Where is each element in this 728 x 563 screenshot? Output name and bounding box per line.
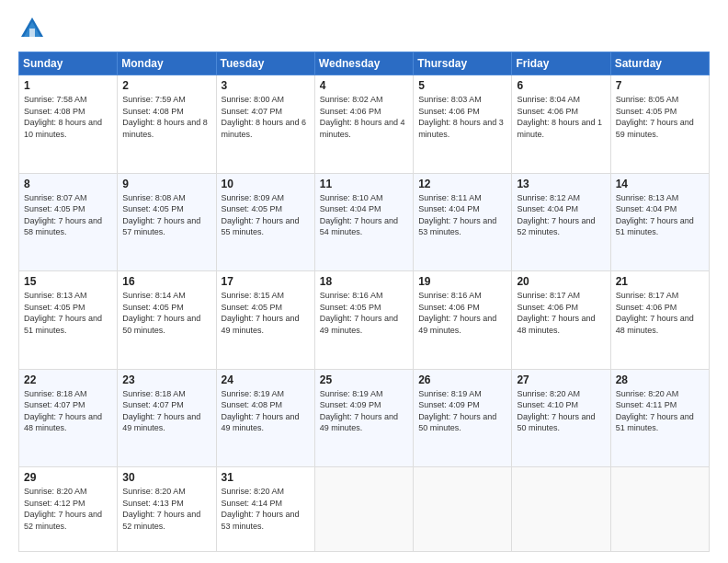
day-header-friday: Friday <box>512 52 610 75</box>
day-number: 15 <box>24 275 112 288</box>
cell-content: Sunrise: 8:16 AM Sunset: 4:06 PM Dayligh… <box>418 290 506 336</box>
day-number: 20 <box>517 275 605 288</box>
day-header-sunday: Sunday <box>19 52 118 75</box>
calendar-cell: 28 Sunrise: 8:20 AM Sunset: 4:11 PM Dayl… <box>610 369 709 467</box>
calendar-cell <box>512 467 610 552</box>
day-number: 10 <box>222 178 310 190</box>
day-header-thursday: Thursday <box>414 52 512 75</box>
cell-content: Sunrise: 8:13 AM Sunset: 4:04 PM Dayligh… <box>616 192 704 238</box>
cell-content: Sunrise: 8:15 AM Sunset: 4:05 PM Dayligh… <box>222 290 310 336</box>
calendar-cell: 7 Sunrise: 8:05 AM Sunset: 4:05 PM Dayli… <box>610 75 709 174</box>
calendar-cell: 6 Sunrise: 8:04 AM Sunset: 4:06 PM Dayli… <box>512 75 610 174</box>
day-number: 24 <box>222 373 310 386</box>
cell-content: Sunrise: 8:17 AM Sunset: 4:06 PM Dayligh… <box>616 290 704 336</box>
calendar-cell: 25 Sunrise: 8:19 AM Sunset: 4:09 PM Dayl… <box>314 369 413 467</box>
calendar-cell: 3 Sunrise: 8:00 AM Sunset: 4:07 PM Dayli… <box>216 75 314 174</box>
cell-content: Sunrise: 8:05 AM Sunset: 4:05 PM Dayligh… <box>616 94 704 140</box>
day-number: 4 <box>320 79 408 92</box>
calendar-cell: 2 Sunrise: 7:59 AM Sunset: 4:08 PM Dayli… <box>118 75 216 174</box>
day-number: 1 <box>24 79 112 92</box>
calendar-cell <box>314 467 413 552</box>
cell-content: Sunrise: 8:11 AM Sunset: 4:04 PM Dayligh… <box>418 192 506 238</box>
calendar-cell: 9 Sunrise: 8:08 AM Sunset: 4:05 PM Dayli… <box>118 173 216 271</box>
cell-content: Sunrise: 8:08 AM Sunset: 4:05 PM Dayligh… <box>122 192 210 238</box>
svg-rect-2 <box>29 29 35 37</box>
calendar-cell: 1 Sunrise: 7:58 AM Sunset: 4:08 PM Dayli… <box>19 75 118 174</box>
day-number: 18 <box>320 275 408 288</box>
calendar-cell: 19 Sunrise: 8:16 AM Sunset: 4:06 PM Dayl… <box>414 271 512 370</box>
calendar-cell: 11 Sunrise: 8:10 AM Sunset: 4:04 PM Dayl… <box>314 173 413 271</box>
day-number: 22 <box>24 373 112 386</box>
day-number: 29 <box>24 471 112 484</box>
day-number: 17 <box>222 275 310 288</box>
cell-content: Sunrise: 8:18 AM Sunset: 4:07 PM Dayligh… <box>122 388 210 434</box>
calendar-cell: 18 Sunrise: 8:16 AM Sunset: 4:05 PM Dayl… <box>314 271 413 370</box>
calendar-cell: 29 Sunrise: 8:20 AM Sunset: 4:12 PM Dayl… <box>19 467 118 552</box>
logo-icon <box>18 15 46 42</box>
cell-content: Sunrise: 8:20 AM Sunset: 4:14 PM Dayligh… <box>222 486 310 532</box>
day-number: 8 <box>24 178 112 190</box>
day-number: 12 <box>418 178 506 190</box>
day-number: 14 <box>616 178 704 190</box>
day-number: 27 <box>517 373 605 386</box>
day-number: 28 <box>616 373 704 386</box>
header <box>18 15 710 42</box>
cell-content: Sunrise: 7:59 AM Sunset: 4:08 PM Dayligh… <box>122 94 210 140</box>
cell-content: Sunrise: 8:19 AM Sunset: 4:09 PM Dayligh… <box>320 388 408 434</box>
calendar-cell: 5 Sunrise: 8:03 AM Sunset: 4:06 PM Dayli… <box>414 75 512 174</box>
calendar-cell: 13 Sunrise: 8:12 AM Sunset: 4:04 PM Dayl… <box>512 173 610 271</box>
day-number: 19 <box>418 275 506 288</box>
day-header-wednesday: Wednesday <box>314 52 413 75</box>
calendar-cell: 15 Sunrise: 8:13 AM Sunset: 4:05 PM Dayl… <box>19 271 118 370</box>
logo <box>18 15 51 42</box>
cell-content: Sunrise: 8:19 AM Sunset: 4:08 PM Dayligh… <box>222 388 310 434</box>
cell-content: Sunrise: 7:58 AM Sunset: 4:08 PM Dayligh… <box>24 94 112 140</box>
cell-content: Sunrise: 8:07 AM Sunset: 4:05 PM Dayligh… <box>24 192 112 238</box>
calendar-cell: 23 Sunrise: 8:18 AM Sunset: 4:07 PM Dayl… <box>118 369 216 467</box>
day-number: 3 <box>222 79 310 92</box>
calendar-cell: 24 Sunrise: 8:19 AM Sunset: 4:08 PM Dayl… <box>216 369 314 467</box>
day-header-tuesday: Tuesday <box>216 52 314 75</box>
day-header-monday: Monday <box>118 52 216 75</box>
day-number: 2 <box>122 79 210 92</box>
calendar-cell: 31 Sunrise: 8:20 AM Sunset: 4:14 PM Dayl… <box>216 467 314 552</box>
cell-content: Sunrise: 8:20 AM Sunset: 4:10 PM Dayligh… <box>517 388 605 434</box>
calendar-cell: 17 Sunrise: 8:15 AM Sunset: 4:05 PM Dayl… <box>216 271 314 370</box>
day-number: 5 <box>418 79 506 92</box>
calendar-cell <box>414 467 512 552</box>
calendar-cell: 20 Sunrise: 8:17 AM Sunset: 4:06 PM Dayl… <box>512 271 610 370</box>
day-header-saturday: Saturday <box>610 52 709 75</box>
day-number: 9 <box>122 178 210 190</box>
cell-content: Sunrise: 8:09 AM Sunset: 4:05 PM Dayligh… <box>222 192 310 238</box>
calendar-cell: 4 Sunrise: 8:02 AM Sunset: 4:06 PM Dayli… <box>314 75 413 174</box>
cell-content: Sunrise: 8:13 AM Sunset: 4:05 PM Dayligh… <box>24 290 112 336</box>
day-number: 31 <box>222 471 310 484</box>
cell-content: Sunrise: 8:16 AM Sunset: 4:05 PM Dayligh… <box>320 290 408 336</box>
day-number: 23 <box>122 373 210 386</box>
cell-content: Sunrise: 8:20 AM Sunset: 4:12 PM Dayligh… <box>24 486 112 532</box>
calendar-cell: 21 Sunrise: 8:17 AM Sunset: 4:06 PM Dayl… <box>610 271 709 370</box>
calendar-page: SundayMondayTuesdayWednesdayThursdayFrid… <box>0 0 728 563</box>
cell-content: Sunrise: 8:02 AM Sunset: 4:06 PM Dayligh… <box>320 94 408 140</box>
day-number: 26 <box>418 373 506 386</box>
day-number: 13 <box>517 178 605 190</box>
day-number: 7 <box>616 79 704 92</box>
day-number: 11 <box>320 178 408 190</box>
cell-content: Sunrise: 8:20 AM Sunset: 4:13 PM Dayligh… <box>122 486 210 532</box>
calendar-cell <box>610 467 709 552</box>
calendar-cell: 8 Sunrise: 8:07 AM Sunset: 4:05 PM Dayli… <box>19 173 118 271</box>
day-number: 21 <box>616 275 704 288</box>
cell-content: Sunrise: 8:00 AM Sunset: 4:07 PM Dayligh… <box>222 94 310 140</box>
cell-content: Sunrise: 8:20 AM Sunset: 4:11 PM Dayligh… <box>616 388 704 434</box>
cell-content: Sunrise: 8:03 AM Sunset: 4:06 PM Dayligh… <box>418 94 506 140</box>
calendar-cell: 14 Sunrise: 8:13 AM Sunset: 4:04 PM Dayl… <box>610 173 709 271</box>
day-number: 30 <box>122 471 210 484</box>
calendar-cell: 30 Sunrise: 8:20 AM Sunset: 4:13 PM Dayl… <box>118 467 216 552</box>
cell-content: Sunrise: 8:14 AM Sunset: 4:05 PM Dayligh… <box>122 290 210 336</box>
calendar-cell: 26 Sunrise: 8:19 AM Sunset: 4:09 PM Dayl… <box>414 369 512 467</box>
day-number: 25 <box>320 373 408 386</box>
calendar-table: SundayMondayTuesdayWednesdayThursdayFrid… <box>18 52 710 552</box>
day-number: 16 <box>122 275 210 288</box>
day-number: 6 <box>517 79 605 92</box>
calendar-cell: 22 Sunrise: 8:18 AM Sunset: 4:07 PM Dayl… <box>19 369 118 467</box>
